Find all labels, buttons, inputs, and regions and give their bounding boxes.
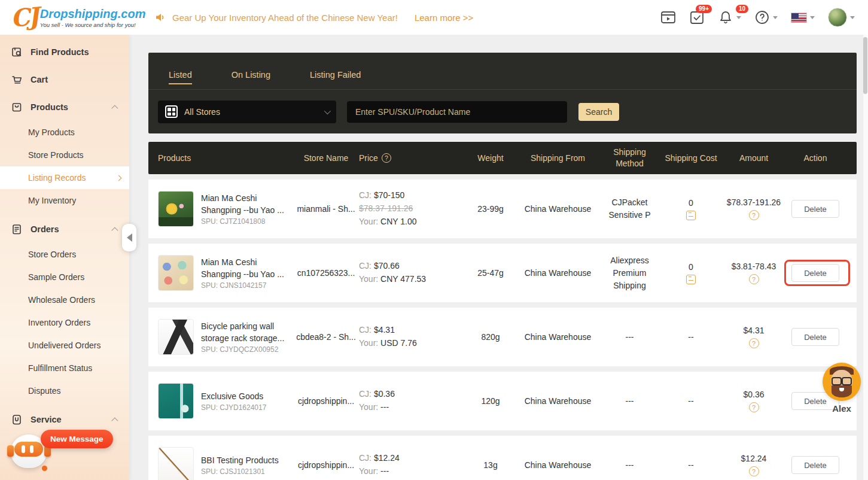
search-button[interactable]: Search xyxy=(578,103,619,121)
scrollbar-thumb[interactable] xyxy=(863,37,867,94)
product-cell: Mian Ma Ceshi Shangping --bu Yao ... SPU… xyxy=(158,255,293,291)
cj-price: $70.66 xyxy=(374,261,400,271)
help-menu-button[interactable] xyxy=(751,7,781,28)
products-icon xyxy=(11,101,23,113)
chevron-down-icon xyxy=(324,107,331,114)
product-title: BBI Testing Products xyxy=(201,454,279,466)
main-content: Listed On Listing Listing Failed All Sto… xyxy=(129,35,868,480)
sidebar-item-sample-orders[interactable]: Sample Orders xyxy=(0,266,129,288)
amount-help-icon[interactable] xyxy=(749,338,759,348)
sidebar-item-label: Orders xyxy=(31,224,59,234)
sidebar-item-label: Cart xyxy=(31,75,48,84)
delete-button[interactable]: Delete xyxy=(791,328,839,346)
sidebar-item-listing-records[interactable]: Listing Records xyxy=(0,166,129,189)
product-thumbnail[interactable] xyxy=(158,191,194,227)
account-menu[interactable] xyxy=(824,5,858,29)
cj-price: $0.36 xyxy=(374,389,395,399)
weight: 13g xyxy=(467,459,514,472)
tasks-button[interactable]: 99+ xyxy=(686,7,708,28)
assistant-widget[interactable]: Alex xyxy=(821,363,863,414)
shipping-from: China Warehouse xyxy=(514,459,601,472)
sidebar-item-products[interactable]: Products xyxy=(0,93,129,121)
us-flag-icon xyxy=(791,13,807,23)
delete-button[interactable]: Delete xyxy=(791,200,839,218)
video-tutorials-button[interactable] xyxy=(657,8,680,27)
tab-listed[interactable]: Listed xyxy=(169,70,192,89)
sidebar-item-orders[interactable]: Orders xyxy=(0,215,129,243)
shipping-cost-cell: -- xyxy=(658,460,724,470)
sidebar-item-label: Find Products xyxy=(31,47,89,57)
store-select-dropdown[interactable]: All Stores xyxy=(158,101,336,123)
shipping-cost: -- xyxy=(688,396,693,406)
search-input[interactable] xyxy=(347,101,567,123)
tab-on-listing[interactable]: On Listing xyxy=(232,70,270,89)
calculator-icon[interactable] xyxy=(686,275,696,284)
tab-listing-failed[interactable]: Listing Failed xyxy=(310,70,361,89)
store-name: cjdropshippin... xyxy=(293,395,359,408)
amount-help-icon[interactable] xyxy=(749,466,759,476)
notifications-button[interactable]: 10 xyxy=(714,7,745,28)
sidebar-item-cart[interactable]: Cart xyxy=(0,66,129,93)
store-name: cbdea8-2 - Sh... xyxy=(293,331,359,344)
store-name: mianmali - Sh... xyxy=(293,203,359,215)
chevron-down-icon xyxy=(773,16,778,19)
sidebar-item-undelivered-orders[interactable]: Undelivered Orders xyxy=(0,334,129,357)
your-price: USD 7.76 xyxy=(380,338,417,348)
price-help-icon[interactable] xyxy=(382,153,391,163)
amount: $3.81-78.43 xyxy=(732,262,776,271)
amount: $4.31 xyxy=(743,326,764,335)
your-price: CNY 477.53 xyxy=(380,274,426,284)
sidebar-item-find-products[interactable]: Find Products xyxy=(0,38,129,66)
column-price: Price xyxy=(359,153,378,164)
cj-price: $4.31 xyxy=(374,325,395,335)
chat-widget[interactable]: New Message xyxy=(6,424,132,475)
your-price: --- xyxy=(380,466,389,476)
sidebar-item-my-inventory[interactable]: My Inventory xyxy=(0,189,129,212)
amount-help-icon[interactable] xyxy=(749,210,759,220)
language-selector[interactable] xyxy=(787,10,818,25)
sidebar-collapse-handle[interactable] xyxy=(122,224,136,251)
sidebar-item-wholesale-orders[interactable]: Wholesale Orders xyxy=(0,288,129,311)
sidebar-item-disputes[interactable]: Disputes xyxy=(0,379,129,402)
product-thumbnail[interactable] xyxy=(158,319,194,355)
amount-cell: $4.31 xyxy=(724,326,784,348)
sidebar-item-fulfillment-status[interactable]: Fulfillment Status xyxy=(0,357,129,379)
delete-button[interactable]: Delete xyxy=(791,456,839,474)
column-action: Action xyxy=(784,153,847,164)
sidebar-item-my-products[interactable]: My Products xyxy=(0,121,129,144)
amount-help-icon[interactable] xyxy=(749,274,759,284)
delete-button[interactable]: Delete xyxy=(791,264,839,282)
shipping-cost: 0 xyxy=(689,198,693,208)
cart-icon xyxy=(11,74,23,86)
your-price: CNY 1.00 xyxy=(380,217,416,226)
announcement-learn-more-link[interactable]: Learn more >> xyxy=(415,13,473,23)
product-spu: SPU: CJYD1624017 xyxy=(201,403,266,412)
notifications-badge: 10 xyxy=(736,5,748,13)
shipping-method: --- xyxy=(601,395,658,408)
price-cell: CJ: $70.66 Your: CNY 477.53 xyxy=(359,260,467,285)
listing-tabs: Listed On Listing Listing Failed xyxy=(148,53,857,90)
calculator-icon[interactable] xyxy=(686,211,696,220)
app-logo[interactable]: CJ Dropshipping.com You sell - We source… xyxy=(11,5,138,29)
weight: 120g xyxy=(467,395,514,408)
action-cell: Delete xyxy=(784,264,847,282)
column-shipping-cost: Shipping Cost xyxy=(658,153,724,164)
weight: 820g xyxy=(467,331,514,344)
amount-help-icon[interactable] xyxy=(749,402,759,412)
weight: 25-47g xyxy=(467,267,514,280)
product-thumbnail[interactable] xyxy=(158,447,194,480)
new-message-bubble[interactable]: New Message xyxy=(41,430,113,448)
sidebar-item-label: Service xyxy=(31,415,62,424)
shipping-cost-cell: 0 xyxy=(658,262,724,284)
sidebar-item-store-products[interactable]: Store Products xyxy=(0,144,129,166)
chevron-up-icon xyxy=(111,105,118,111)
sidebar-item-inventory-orders[interactable]: Inventory Orders xyxy=(0,311,129,334)
product-thumbnail[interactable] xyxy=(158,255,194,291)
column-shipping-method: Shipping Method xyxy=(601,147,658,169)
sidebar-item-store-orders[interactable]: Store Orders xyxy=(0,243,129,266)
table-row: Mian Ma Ceshi Shangping --bu Yao ... SPU… xyxy=(148,180,857,238)
table-row: Bicycle parking wall storage rack storag… xyxy=(148,308,857,366)
product-thumbnail[interactable] xyxy=(158,383,194,419)
column-shipping-from: Shipping From xyxy=(514,153,601,164)
column-store-name: Store Name xyxy=(293,153,359,164)
